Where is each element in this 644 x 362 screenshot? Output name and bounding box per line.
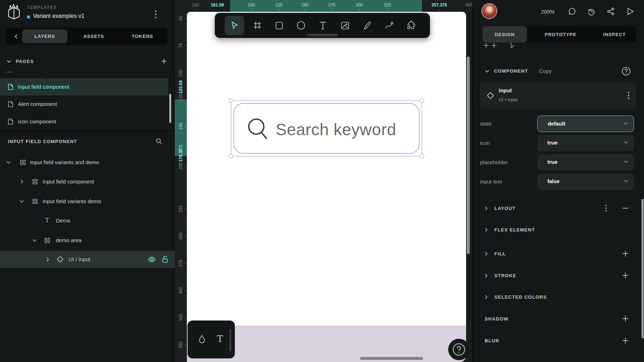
input-field-component-preview[interactable]: Search keyword [233,103,420,154]
pages-collapse-chevron-icon[interactable] [6,60,11,63]
variant-prop-label-state: state [480,121,492,127]
history-icon[interactable] [587,7,596,16]
right-sidebar-scrollbar[interactable] [641,199,644,338]
selection-handle-top-left[interactable] [229,98,233,103]
variant-dropdown-icon[interactable]: true [537,135,634,151]
pencil-tool-button[interactable] [357,16,377,35]
comments-icon[interactable] [568,7,576,16]
page-item-icon-component[interactable]: Icon component [0,113,168,130]
clipped-options-row [483,43,533,49]
penpot-logo[interactable] [6,3,22,21]
section-selected-colors[interactable]: SELECTED COLORS [494,294,547,300]
text-tool-icon [318,21,328,30]
help-button[interactable] [448,339,470,360]
section-layout[interactable]: LAYOUT [494,206,515,211]
layer-row-demo-text[interactable]: T Demo [0,212,175,230]
add-shadow-plus-icon[interactable] [623,316,628,322]
zoom-level[interactable]: 200% [541,9,555,15]
flex-element-section-chevron-icon[interactable] [485,228,488,232]
play-presentation-icon[interactable] [626,7,634,16]
image-tool-button[interactable] [335,16,355,35]
tab-tokens[interactable]: TOKENS [121,29,164,43]
layer-row-input-field-variants-demo[interactable]: Input field variants demo [0,192,175,210]
unlock-icon[interactable] [162,255,168,263]
ellipse-icon [296,21,306,30]
color-drop-icon[interactable] [198,334,206,344]
text-tool-button[interactable] [313,16,333,35]
share-icon[interactable] [606,7,615,16]
pages-scrollbar[interactable] [169,94,171,123]
add-fill-plus-icon[interactable] [623,251,628,256]
layer-row-demo-area[interactable]: demo area [0,231,175,249]
selection-handle-bottom-right[interactable] [420,154,424,158]
plugins-tool-button[interactable] [401,16,420,35]
selection-handle-bottom-left[interactable] [229,154,233,158]
collapse-sidebar-icon[interactable] [14,34,18,39]
layer-row-ui-input[interactable]: UI / input [0,251,175,268]
fill-section-chevron-icon[interactable] [485,251,488,256]
component-help-icon[interactable] [621,67,631,76]
visibility-eye-icon[interactable] [148,256,156,263]
add-blur-plus-icon[interactable] [623,338,628,343]
select-tool-button[interactable] [225,16,244,35]
chevron-down-icon[interactable] [6,161,11,164]
layer-row-input-field-component[interactable]: Input field component [0,173,175,191]
chevron-right-icon[interactable] [20,179,23,184]
page-item-alert-component[interactable]: Alert component [0,96,168,113]
section-fill[interactable]: FILL [494,251,506,256]
text-palette-icon[interactable]: T [217,333,223,344]
layer-row-input-field-variants-and-demo[interactable]: Input field variants and demo [0,153,175,171]
page-file-icon [8,101,13,107]
vertical-ruler[interactable]: 50 75 100 125 125.59 150 175 176.37 200 … [175,12,187,362]
layout-menu-kebab-icon[interactable] [605,205,607,212]
add-page-icon[interactable] [161,58,167,64]
component-menu-kebab-icon[interactable] [628,92,630,99]
remove-layout-minus-icon[interactable] [623,207,628,209]
project-label[interactable]: TEMPLATES [27,5,57,10]
canvas-horizontal-scrollbar[interactable] [360,357,423,360]
file-name[interactable]: Variant examples v1 [33,13,84,19]
component-diamond-icon [486,92,494,99]
h-ruler-label: 325 [384,3,391,8]
tab-layers[interactable]: LAYERS [22,29,67,43]
canvas-viewport[interactable]: Search keyword [175,0,472,362]
toolbar-drag-handle[interactable] [307,34,338,36]
board-tool-button[interactable] [248,16,267,35]
tab-prototype[interactable]: PROTOTYPE [532,26,589,43]
selected-colors-section-chevron-icon[interactable] [485,295,488,299]
page-item-input-field-component[interactable]: Input field component [0,78,168,96]
variant-dropdown-state[interactable]: default [537,116,634,132]
add-stroke-plus-icon[interactable] [623,273,628,278]
ellipse-tool-button[interactable] [291,16,311,35]
tab-inspect[interactable]: INSPECT [593,26,636,43]
tab-design[interactable]: DESIGN [483,26,527,43]
chevron-down-icon [624,160,628,163]
variant-dropdown-placeholder[interactable]: true [537,154,634,171]
section-shadow[interactable]: SHADOW [485,316,508,322]
component-collapse-chevron-icon[interactable] [485,70,489,73]
user-avatar[interactable] [482,4,497,18]
section-flex-element[interactable]: FLEX ELEMENT [494,227,535,233]
rectangle-tool-button[interactable] [270,16,289,35]
chevron-down-icon[interactable] [19,200,24,203]
tab-assets[interactable]: ASSETS [72,29,115,43]
selection-handle-top-right[interactable] [420,98,424,103]
stroke-section-chevron-icon[interactable] [485,273,488,278]
path-tool-button[interactable] [379,16,398,35]
bottom-toolbar-drag-handle[interactable] [229,329,231,351]
section-blur[interactable]: BLUR [485,338,499,343]
canvas-vertical-scrollbar[interactable] [467,57,470,254]
board-white-area[interactable] [187,12,466,326]
chevron-right-icon[interactable] [46,257,49,262]
chevron-down-icon[interactable] [32,239,37,242]
kebab-menu-icon[interactable] [155,10,157,19]
layer-label: Demo [56,217,70,224]
component-card[interactable]: input UI • input [480,82,636,109]
canvas-board[interactable] [187,12,466,362]
horizontal-ruler[interactable]: 150 181.59 200 225 250 275 300 325 357.3… [175,0,472,12]
variant-dropdown-input-text[interactable]: false [537,173,634,190]
dropdown-value: default [548,121,565,127]
layout-section-chevron-icon[interactable] [485,206,488,211]
section-stroke[interactable]: STROKE [494,273,516,278]
layers-search-icon[interactable] [156,138,162,145]
